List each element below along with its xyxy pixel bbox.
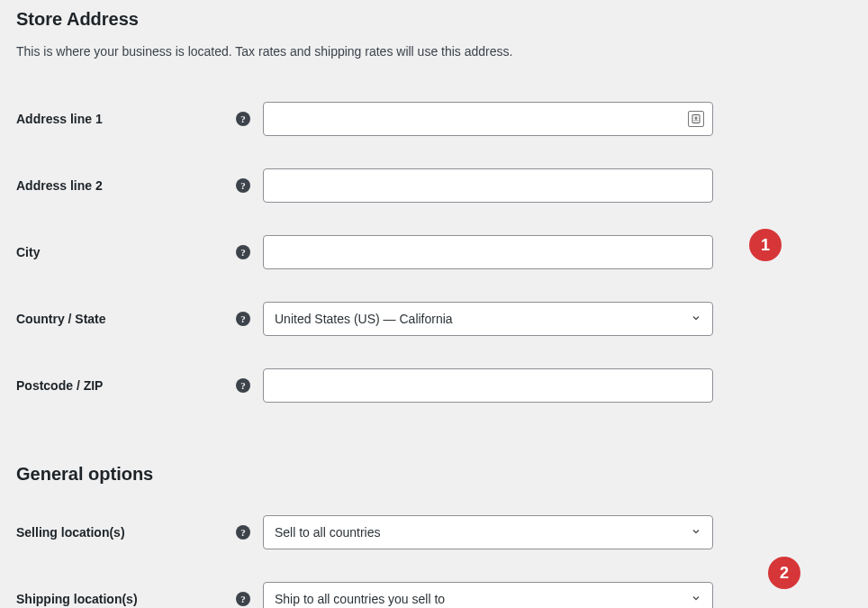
country-state-label-cell: Country / State ? [16, 286, 250, 352]
address-line-2-input[interactable] [263, 168, 713, 203]
help-icon[interactable]: ? [236, 592, 250, 606]
selling-locations-label-cell: Selling location(s) ? [16, 499, 250, 566]
store-address-description: This is where your business is located. … [16, 44, 852, 59]
address-line-1-label: Address line 1 [16, 112, 103, 126]
help-icon[interactable]: ? [236, 312, 250, 326]
general-options-table: Selling location(s) ? Sell to all countr… [16, 499, 852, 608]
city-input[interactable] [263, 235, 713, 269]
chevron-down-icon [691, 313, 701, 326]
chevron-down-icon [691, 526, 701, 540]
address-line-2-label-cell: Address line 2 ? [16, 152, 250, 219]
address-line-2-label: Address line 2 [16, 178, 103, 193]
help-icon[interactable]: ? [236, 245, 250, 259]
selling-locations-select[interactable]: Sell to all countries [263, 515, 713, 549]
annotation-badge-1: 1 [749, 229, 782, 261]
help-icon[interactable]: ? [236, 525, 250, 540]
help-icon[interactable]: ? [236, 112, 250, 126]
annotation-badge-2: 2 [768, 557, 800, 589]
general-options-heading: General options [16, 464, 852, 485]
country-state-label: Country / State [16, 312, 106, 326]
country-state-value: United States (US) — California [275, 312, 453, 326]
country-state-select[interactable]: United States (US) — California [263, 302, 713, 336]
help-icon[interactable]: ? [236, 378, 250, 393]
selling-locations-value: Sell to all countries [275, 525, 381, 540]
shipping-locations-label: Shipping location(s) [16, 592, 138, 606]
city-label: City [16, 245, 40, 259]
postcode-input[interactable] [263, 368, 713, 403]
shipping-locations-select[interactable]: Ship to all countries you sell to [263, 582, 713, 608]
shipping-locations-value: Ship to all countries you sell to [275, 592, 445, 606]
postcode-label-cell: Postcode / ZIP ? [16, 352, 250, 419]
shipping-locations-label-cell: Shipping location(s) ? [16, 566, 250, 608]
city-label-cell: City ? [16, 219, 250, 286]
store-address-table: Address line 1 ? [16, 86, 852, 419]
selling-locations-label: Selling location(s) [16, 525, 125, 540]
chevron-down-icon [691, 593, 701, 606]
address-line-1-label-cell: Address line 1 ? [16, 86, 250, 152]
address-line-1-input[interactable] [263, 102, 713, 136]
help-icon[interactable]: ? [236, 178, 250, 193]
postcode-label: Postcode / ZIP [16, 378, 103, 393]
store-address-heading: Store Address [16, 9, 852, 30]
